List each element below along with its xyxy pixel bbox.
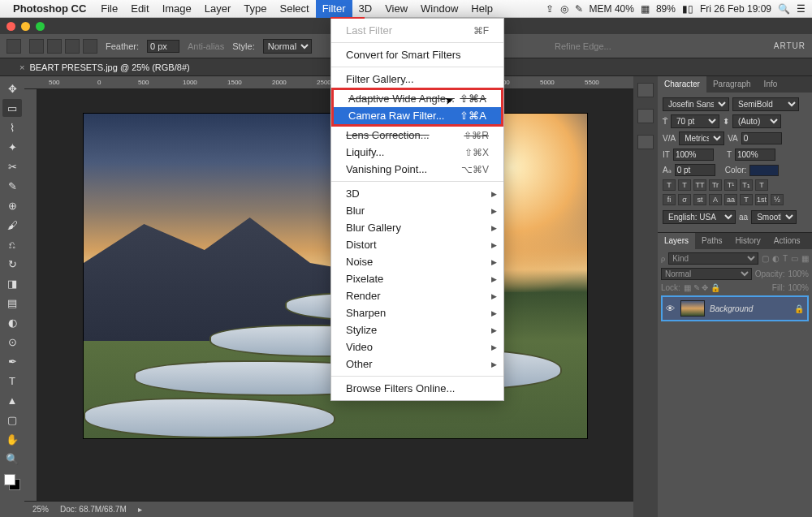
menu-3d[interactable]: 3D xyxy=(352,0,379,18)
filter-adjust-icon[interactable]: ◐ xyxy=(772,254,780,263)
menu-browse-filters[interactable]: Browse Filters Online... xyxy=(331,380,503,397)
menu-render-sub[interactable]: Render xyxy=(331,287,503,304)
style-select[interactable]: Normal xyxy=(263,39,312,54)
blend-mode-select[interactable]: Normal xyxy=(661,268,752,280)
filter-shape-icon[interactable]: ▭ xyxy=(791,254,798,263)
menu-extras-icon[interactable]: ☰ xyxy=(797,3,806,15)
lock-icon[interactable]: 🔒 xyxy=(794,304,804,313)
spotlight-icon[interactable]: 🔍 xyxy=(778,3,790,15)
filter-kind-select[interactable]: Kind xyxy=(668,252,758,265)
opacity-value[interactable]: 100% xyxy=(788,269,809,278)
ot-st-button[interactable]: st xyxy=(693,194,706,205)
doc-size[interactable]: Doc: 68.7M/68.7M xyxy=(60,505,127,514)
layer-background[interactable]: 👁 Background 🔒 xyxy=(661,295,809,321)
zoom-level[interactable]: 25% xyxy=(32,505,49,514)
path-select-tool[interactable]: ▲ xyxy=(2,391,22,409)
menu-filter-gallery[interactable]: Filter Gallery... xyxy=(331,71,503,88)
refine-edge-button[interactable]: Refine Edge... xyxy=(555,41,611,51)
tracking-input[interactable] xyxy=(741,132,782,144)
move-tool[interactable]: ✥ xyxy=(2,80,22,97)
workspace-label[interactable]: ARTUR xyxy=(774,41,806,50)
tool-preset-icon[interactable] xyxy=(6,39,21,54)
menu-liquify[interactable]: Liquify...⇧⌘X xyxy=(331,144,503,161)
smallcaps-button[interactable]: Tr xyxy=(709,179,722,191)
menu-view[interactable]: View xyxy=(378,0,414,18)
tab-paths[interactable]: Paths xyxy=(695,233,729,249)
text-color-swatch[interactable] xyxy=(749,165,779,176)
hscale-input[interactable] xyxy=(735,149,775,161)
shape-tool[interactable]: ▢ xyxy=(2,411,22,429)
close-window-button[interactable] xyxy=(6,22,15,31)
menu-camera-raw-filter[interactable]: Camera Raw Filter...⇧⌘A xyxy=(334,107,501,124)
selection-add-icon[interactable] xyxy=(47,39,62,54)
gradient-tool[interactable]: ▤ xyxy=(2,294,22,312)
blur-tool[interactable]: ◐ xyxy=(2,313,22,331)
close-tab-icon[interactable]: × xyxy=(19,62,24,72)
quick-select-tool[interactable]: ✦ xyxy=(2,138,22,156)
ot-frac-button[interactable]: ½ xyxy=(771,194,784,205)
font-size-select[interactable]: 70 pt xyxy=(671,114,719,128)
kerning-select[interactable]: Metrics xyxy=(679,131,724,145)
menu-sharpen-sub[interactable]: Sharpen xyxy=(331,304,503,321)
menu-select[interactable]: Select xyxy=(273,0,315,18)
minimize-window-button[interactable] xyxy=(21,22,30,31)
ot-lig-button[interactable]: fi xyxy=(663,194,676,205)
lock-icons[interactable]: ▦ ✎ ✥ 🔒 xyxy=(684,283,720,292)
leading-select[interactable]: (Auto) xyxy=(732,114,781,128)
font-family-select[interactable]: Josefin Sans SemiB... xyxy=(663,97,729,111)
tab-paragraph[interactable]: Paragraph xyxy=(706,76,758,93)
menu-vanishing-point[interactable]: Vanishing Point...⌥⌘V xyxy=(331,161,503,178)
hand-tool[interactable]: ✋ xyxy=(2,430,22,448)
menu-other-sub[interactable]: Other xyxy=(331,355,503,373)
fill-value[interactable]: 100% xyxy=(788,283,809,292)
selection-new-icon[interactable] xyxy=(29,39,44,54)
antialias-checkbox[interactable]: Anti-alias xyxy=(188,41,224,51)
brush-tool[interactable]: 🖌 xyxy=(2,216,22,234)
dock-icon-2[interactable] xyxy=(637,109,654,123)
antialias-select[interactable]: Smooth xyxy=(751,210,797,224)
strike-button[interactable]: T xyxy=(755,179,768,191)
menu-edit[interactable]: Edit xyxy=(124,0,155,18)
type-tool[interactable]: T xyxy=(2,372,22,390)
status-arrow-icon[interactable]: ▸ xyxy=(138,505,142,514)
menu-file[interactable]: File xyxy=(94,0,124,18)
dropbox-icon[interactable]: ⇪ xyxy=(546,3,554,15)
language-select[interactable]: English: USA xyxy=(663,210,736,224)
ruler-vertical[interactable] xyxy=(24,89,37,517)
menu-stylize-sub[interactable]: Stylize xyxy=(331,321,503,338)
ot-aa-button[interactable]: aa xyxy=(724,194,737,205)
bold-button[interactable]: T xyxy=(663,179,676,191)
color-swatches[interactable] xyxy=(4,474,20,490)
healing-tool[interactable]: ⊕ xyxy=(2,196,22,214)
menu-lens-correction[interactable]: Lens Correction...⇧⌘R xyxy=(331,127,503,144)
evernote-icon[interactable]: ✎ xyxy=(575,3,583,15)
ot-a-button[interactable]: A xyxy=(709,194,722,205)
menu-image[interactable]: Image xyxy=(156,0,198,18)
subscript-button[interactable]: T₁ xyxy=(740,179,753,191)
ot-t-button[interactable]: T xyxy=(740,194,753,205)
menu-blur-gallery-sub[interactable]: Blur Gallery xyxy=(331,219,503,236)
ruler-horizontal[interactable]: 500 0 500 1000 1500 2000 2500 3000 3500 … xyxy=(24,76,633,89)
visibility-icon[interactable]: 👁 xyxy=(666,304,676,313)
zoom-tool[interactable]: 🔍 xyxy=(2,450,22,467)
battery-icon[interactable]: ▮▯ xyxy=(682,3,693,15)
ot-ord-button[interactable]: 1st xyxy=(755,194,768,205)
feather-input[interactable] xyxy=(147,40,179,53)
tray-icon[interactable]: ▦ xyxy=(641,3,650,15)
dodge-tool[interactable]: ⊙ xyxy=(2,333,22,351)
history-brush-tool[interactable]: ↻ xyxy=(2,255,22,273)
font-weight-select[interactable]: SemiBold xyxy=(732,97,799,111)
cc-icon[interactable]: ◎ xyxy=(560,3,568,15)
baseline-input[interactable] xyxy=(675,164,715,176)
tab-character[interactable]: Character xyxy=(658,76,706,93)
filter-image-icon[interactable]: ▢ xyxy=(762,254,769,263)
crop-tool[interactable]: ✂ xyxy=(2,157,22,175)
layer-thumbnail[interactable] xyxy=(680,300,705,317)
pen-tool[interactable]: ✒ xyxy=(2,352,22,370)
eraser-tool[interactable]: ◨ xyxy=(2,274,22,292)
eyedropper-tool[interactable]: ✎ xyxy=(2,177,22,195)
italic-button[interactable]: T xyxy=(678,179,691,191)
selection-intersect-icon[interactable] xyxy=(83,39,97,54)
tab-history[interactable]: History xyxy=(729,233,767,249)
marquee-tool[interactable]: ▭ xyxy=(2,99,22,117)
